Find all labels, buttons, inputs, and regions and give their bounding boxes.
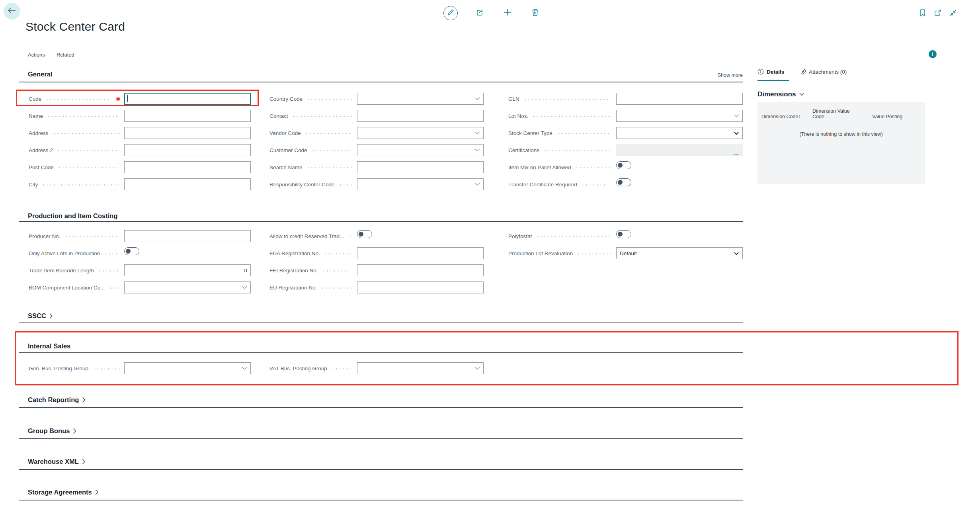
- share-button[interactable]: [472, 6, 487, 20]
- leader-dots: [536, 236, 611, 237]
- field-row-name: Name: [29, 110, 251, 122]
- section-sscc-heading[interactable]: SSCC: [28, 312, 53, 320]
- field-row-contact: Contact: [269, 110, 484, 122]
- chevron-down-icon: [799, 93, 804, 96]
- tab-details[interactable]: Details: [757, 68, 784, 75]
- section-warehouse-xml-heading[interactable]: Warehouse XML: [28, 458, 86, 465]
- back-button[interactable]: [4, 3, 20, 20]
- show-more-link[interactable]: Show more: [693, 72, 743, 78]
- trash-icon: [531, 8, 539, 18]
- select-value: Default: [620, 250, 637, 256]
- text-cursor: [127, 95, 128, 102]
- section-general-underline: [19, 82, 743, 82]
- fei-registration-no-input[interactable]: [357, 264, 484, 276]
- tab-attachments[interactable]: Attachments (0): [800, 68, 847, 75]
- chevron-right-icon: [49, 313, 53, 319]
- field-row-lot-nos: Lot Nos.: [508, 110, 743, 122]
- leader-dots: [324, 253, 352, 254]
- tab-details-label: Details: [767, 69, 784, 75]
- polyfosfat-toggle[interactable]: [616, 230, 631, 238]
- collapse-button[interactable]: [948, 9, 958, 18]
- field-row-country-code: Country Code: [269, 93, 484, 105]
- dimensions-heading[interactable]: Dimensions: [757, 90, 804, 98]
- field-label: Lot Nos.: [508, 113, 528, 119]
- field-row-responsibility-center: Responsibility Center Code: [269, 178, 484, 190]
- section-group-bonus-heading[interactable]: Group Bonus: [28, 427, 76, 435]
- production-lot-revaluation-select[interactable]: Default: [616, 247, 743, 259]
- delete-button[interactable]: [528, 6, 542, 20]
- toggle-knob: [618, 180, 623, 185]
- menu-actions[interactable]: Actions: [28, 52, 45, 58]
- column-label: Dimension Code: [761, 114, 798, 119]
- gln-input[interactable]: [616, 93, 743, 105]
- section-production-heading[interactable]: Production and Item Costing: [28, 212, 118, 220]
- open-in-new-window-button[interactable]: [933, 9, 943, 18]
- address-2-input[interactable]: [124, 144, 251, 156]
- name-input[interactable]: [124, 110, 251, 122]
- trade-item-barcode-length-input[interactable]: [124, 264, 251, 276]
- section-group-bonus-underline: [19, 438, 743, 439]
- post-code-input[interactable]: [124, 161, 251, 173]
- vat-bus-posting-group-lookup[interactable]: [357, 362, 484, 374]
- stock-center-type-select[interactable]: [616, 127, 743, 139]
- section-internal-sales-heading[interactable]: Internal Sales: [28, 342, 70, 350]
- leader-dots: [57, 150, 119, 151]
- leader-dots: [322, 270, 352, 272]
- dimensions-table-header: Dimension Code↑ Dimension Value Code Val…: [757, 102, 925, 119]
- field-label: FDA Registration No.: [269, 250, 320, 256]
- field-row-only-active-lots: Only Active Lots in Production: [29, 247, 251, 259]
- allow-to-credit-reserved-trade-toggle[interactable]: [357, 230, 372, 238]
- section-catch-reporting-label: Catch Reporting: [28, 396, 79, 404]
- customer-code-lookup[interactable]: [357, 144, 484, 156]
- toggle-knob: [618, 163, 623, 168]
- gen-bus-posting-group-lookup[interactable]: [124, 362, 251, 374]
- bom-component-location-code-lookup[interactable]: [124, 281, 251, 293]
- leader-dots: [577, 253, 611, 254]
- leader-dots: [47, 116, 119, 117]
- column-header-dimension-code[interactable]: Dimension Code↑: [761, 114, 812, 119]
- column-header-value-posting[interactable]: Value Posting: [872, 114, 924, 119]
- city-input[interactable]: [124, 178, 251, 190]
- chevron-down-icon: [734, 252, 739, 255]
- code-input[interactable]: [124, 93, 251, 105]
- fda-registration-no-input[interactable]: [357, 247, 484, 259]
- vendor-code-lookup[interactable]: [357, 127, 484, 139]
- field-row-transfer-certificate: Transfer Certificate Required: [508, 178, 743, 190]
- field-row-fda-registration: FDA Registration No.: [269, 247, 484, 259]
- responsibility-center-code-lookup[interactable]: [357, 178, 484, 190]
- field-row-address: Address: [29, 127, 251, 139]
- field-label: Contact: [269, 113, 288, 119]
- transfer-certificate-required-toggle[interactable]: [616, 178, 631, 186]
- item-mix-on-pallet-allowed-toggle[interactable]: [616, 161, 631, 169]
- contact-input[interactable]: [357, 110, 484, 122]
- address-input[interactable]: [124, 127, 251, 139]
- leader-dots: [306, 167, 352, 168]
- new-button[interactable]: [500, 6, 515, 20]
- section-production-underline: [19, 221, 743, 222]
- eu-registration-no-input[interactable]: [357, 281, 484, 293]
- field-row-address-2: Address 2: [29, 144, 251, 156]
- only-active-lots-in-production-toggle[interactable]: [124, 247, 139, 255]
- field-row-vendor-code: Vendor Code: [269, 127, 484, 139]
- field-label: Vendor Code: [269, 130, 301, 136]
- certifications-assist-edit[interactable]: ...: [616, 144, 743, 156]
- section-catch-reporting-heading[interactable]: Catch Reporting: [28, 396, 86, 404]
- country-code-lookup[interactable]: [357, 93, 484, 105]
- column-header-dimension-value-code[interactable]: Dimension Value Code: [812, 108, 872, 119]
- page-title: Stock Center Card: [25, 20, 125, 33]
- menu-related[interactable]: Related: [57, 52, 74, 58]
- chevron-right-icon: [95, 489, 99, 495]
- edit-button[interactable]: [443, 6, 458, 20]
- bookmark-button[interactable]: [918, 9, 927, 18]
- field-label: Address: [29, 130, 49, 136]
- toggle-knob: [618, 232, 623, 236]
- info-icon[interactable]: i: [929, 50, 937, 58]
- field-row-allow-to-credit: Allow to credit Reserved Trad...: [269, 230, 484, 242]
- search-name-input[interactable]: [357, 161, 484, 173]
- section-general-heading[interactable]: General: [28, 70, 52, 78]
- producer-no-input[interactable]: [124, 230, 251, 242]
- field-label: Certifications: [508, 147, 539, 153]
- section-internal-sales-label: Internal Sales: [28, 342, 70, 350]
- section-storage-agreements-heading[interactable]: Storage Agreements: [28, 489, 99, 496]
- lot-nos-lookup[interactable]: [616, 110, 743, 122]
